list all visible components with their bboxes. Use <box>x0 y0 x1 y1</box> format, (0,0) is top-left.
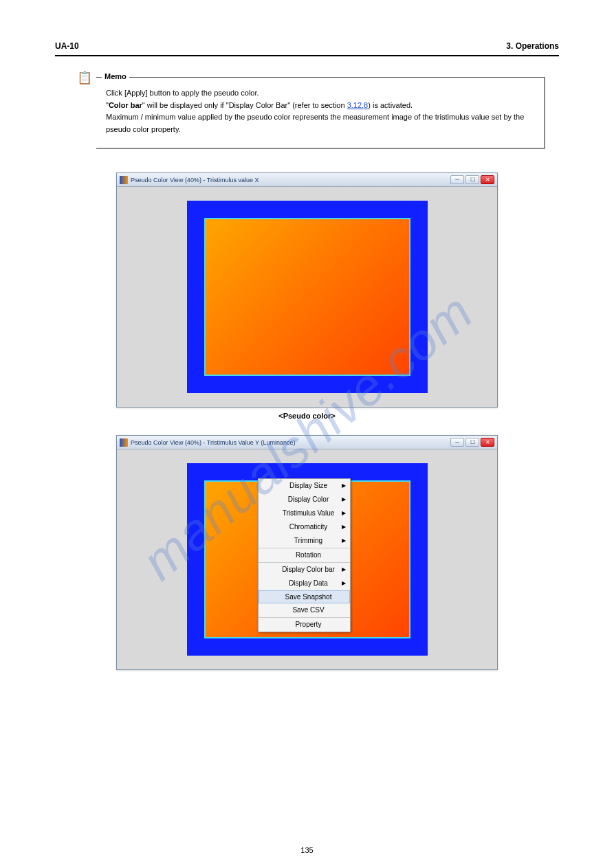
chevron-right-icon: ▶ <box>342 566 346 572</box>
menu-item-rotation[interactable]: Rotation <box>259 548 350 562</box>
memo-line2: "Color bar" will be displayed only if "D… <box>106 100 534 112</box>
page-number: 135 <box>0 846 614 854</box>
memo-line1: Click [Apply] button to apply the pseudo… <box>106 87 534 100</box>
menu-item-chromaticity[interactable]: Chromaticity▶ <box>259 520 350 534</box>
memo-bold: Color bar <box>109 101 142 109</box>
close-button[interactable]: ✕ <box>481 175 494 184</box>
figure-1-caption: <Pseudo color> <box>55 412 559 420</box>
chevron-right-icon: ▶ <box>342 524 346 530</box>
memo-line3: Maximum / minimum value applied by the p… <box>106 111 534 135</box>
menu-item-trimming[interactable]: Trimming▶ <box>259 534 350 548</box>
maximize-button[interactable]: ☐ <box>465 438 479 447</box>
chevron-right-icon: ▶ <box>342 537 346 544</box>
canvas-2: Display Size▶Display Color▶Tristimulus V… <box>117 449 497 669</box>
menu-item-display-color-bar[interactable]: Display Color bar▶ <box>259 562 350 577</box>
pseudo-image <box>204 218 410 376</box>
context-menu[interactable]: Display Size▶Display Color▶Tristimulus V… <box>258 478 351 632</box>
figure-2: Pseudo Color View (40%) - Tristimulus Va… <box>55 435 559 670</box>
figure-1: Pseudo Color View (40%) - Tristimulus va… <box>55 173 559 420</box>
menu-item-display-size[interactable]: Display Size▶ <box>259 479 350 493</box>
header-right: 3. Operations <box>506 41 559 51</box>
minimize-button[interactable]: ─ <box>450 175 464 184</box>
chevron-right-icon: ▶ <box>342 496 346 502</box>
chevron-right-icon: ▶ <box>342 482 346 489</box>
app-icon <box>120 438 128 447</box>
memo-label: Memo <box>102 72 129 80</box>
memo-ref-link[interactable]: 3.12.8 <box>347 101 369 109</box>
titlebar-2: Pseudo Color View (40%) - Tristimulus Va… <box>117 436 497 449</box>
menu-item-tristimulus-value[interactable]: Tristimulus Value▶ <box>259 507 350 520</box>
menu-item-save-snapshot[interactable]: Save Snapshot <box>259 590 350 603</box>
menu-item-save-csv[interactable]: Save CSV <box>259 603 350 617</box>
maximize-button[interactable]: ☐ <box>465 175 479 184</box>
canvas-1 <box>117 187 497 407</box>
header-left: UA-10 <box>55 41 79 51</box>
menu-item-display-data[interactable]: Display Data▶ <box>259 577 350 590</box>
app-icon <box>120 176 128 184</box>
memo-content: Click [Apply] button to apply the pseudo… <box>96 77 545 149</box>
window-pseudo-x: Pseudo Color View (40%) - Tristimulus va… <box>116 173 498 408</box>
menu-item-display-color[interactable]: Display Color▶ <box>259 493 350 507</box>
header-rule: UA-10 3. Operations <box>55 41 559 56</box>
minimize-button[interactable]: ─ <box>450 438 464 447</box>
memo-icon: 📋 <box>77 70 92 85</box>
window-title-1: Pseudo Color View (40%) - Tristimulus va… <box>131 177 259 183</box>
chevron-right-icon: ▶ <box>342 510 346 516</box>
menu-item-property[interactable]: Property <box>259 617 350 632</box>
memo-box: 📋 Memo Click [Apply] button to apply the… <box>96 77 545 149</box>
chevron-right-icon: ▶ <box>342 580 346 586</box>
window-pseudo-y: Pseudo Color View (40%) - Tristimulus Va… <box>116 435 498 670</box>
window-title-2: Pseudo Color View (40%) - Tristimulus Va… <box>131 439 295 446</box>
pseudo-frame <box>187 201 428 393</box>
close-button[interactable]: ✕ <box>481 438 494 447</box>
titlebar-1: Pseudo Color View (40%) - Tristimulus va… <box>117 173 497 187</box>
